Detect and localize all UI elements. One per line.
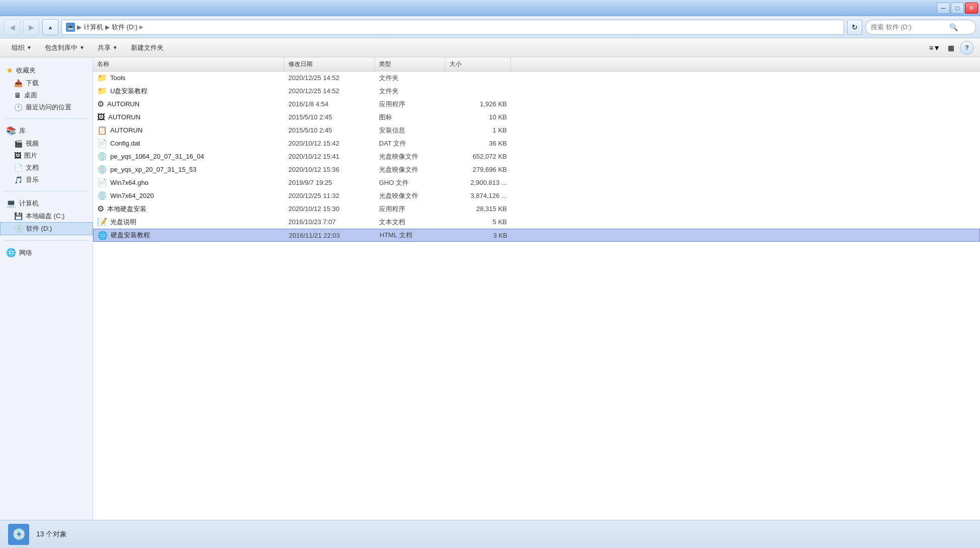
table-row[interactable]: 📁 U盘安装教程 2020/12/25 14:52 文件夹: [93, 85, 980, 98]
breadcrumb-drive-label[interactable]: 软件 (D:): [112, 23, 137, 32]
sidebar-item-downloads[interactable]: 📥 下载: [0, 77, 93, 89]
col-header-name[interactable]: 名称: [93, 57, 284, 71]
file-type-icon: 📁: [97, 73, 107, 83]
computer-label: 计算机: [19, 199, 39, 208]
documents-icon: 📄: [14, 164, 23, 172]
file-type-icon: 📄: [97, 139, 107, 148]
file-name-text: 硬盘安装教程: [111, 231, 150, 240]
file-name-cell: 💿 pe_yqs_xp_20_07_31_15_53: [93, 163, 284, 176]
archive-button[interactable]: 包含到库中 ▼: [39, 41, 90, 55]
file-type-icon: ⚙: [97, 99, 104, 109]
file-name-text: 光盘说明: [110, 218, 136, 227]
table-row[interactable]: 📝 光盘说明 2016/10/23 7:07 文本文档 5 KB: [93, 216, 980, 229]
table-row[interactable]: 📋 AUTORUN 2015/5/10 2:45 安装信息 1 KB: [93, 124, 980, 137]
file-size-cell: [445, 72, 511, 84]
table-row[interactable]: 💿 pe_yqs_1064_20_07_31_16_04 2020/10/12 …: [93, 150, 980, 163]
sidebar-item-desktop[interactable]: 🖥 桌面: [0, 89, 93, 101]
breadcrumb: 💻 ▶ 计算机 ▶ 软件 (D:) ▶: [61, 20, 844, 35]
file-date-cell: 2016/1/8 4:54: [284, 98, 375, 110]
organize-arrow-icon: ▼: [27, 45, 32, 50]
recent-icon: 🕐: [14, 103, 23, 111]
share-button[interactable]: 共享 ▼: [92, 41, 123, 55]
file-type-cell: 文件夹: [375, 85, 445, 97]
table-row[interactable]: 📁 Tools 2020/12/25 14:52 文件夹: [93, 72, 980, 85]
sidebar-item-recent[interactable]: 🕐 最近访问的位置: [0, 101, 93, 113]
network-header[interactable]: 🌐 网络: [0, 246, 93, 259]
forward-button[interactable]: ▶: [23, 19, 39, 35]
table-row[interactable]: 💿 Win7x64_2020 2020/12/25 11:32 光盘映像文件 3…: [93, 189, 980, 202]
breadcrumb-end-arrow: ▶: [139, 24, 143, 30]
file-date-cell: 2020/12/25 14:52: [284, 85, 375, 97]
col-header-size[interactable]: 大小: [445, 57, 511, 71]
file-size-cell: 3,874,126 ...: [445, 189, 511, 202]
library-label: 库: [19, 126, 26, 135]
column-headers: 名称 修改日期 类型 大小: [93, 57, 980, 72]
file-type-cell: 图标: [375, 111, 445, 123]
sidebar-item-music[interactable]: 🎵 音乐: [0, 174, 93, 186]
help-icon: ?: [965, 44, 969, 51]
up-button[interactable]: ▲: [42, 19, 58, 35]
close-button[interactable]: ✕: [965, 3, 978, 14]
file-name-text: pe_yqs_xp_20_07_31_15_53: [110, 166, 196, 173]
share-arrow-icon: ▼: [113, 45, 118, 50]
maximize-button[interactable]: □: [951, 3, 964, 14]
file-name-cell: 🖼 AUTORUN: [93, 111, 284, 123]
table-row[interactable]: 💿 pe_yqs_xp_20_07_31_15_53 2020/10/12 15…: [93, 163, 980, 176]
table-row[interactable]: ⚙ AUTORUN 2016/1/8 4:54 应用程序 1,926 KB: [93, 98, 980, 111]
sidebar-item-documents[interactable]: 📄 文档: [0, 162, 93, 174]
library-header[interactable]: 📚 库: [0, 124, 93, 138]
video-icon: 🎬: [14, 140, 23, 148]
favorites-header[interactable]: ★ 收藏夹: [0, 63, 93, 77]
breadcrumb-computer-label[interactable]: 计算机: [84, 23, 103, 32]
computer-section: 💻 计算机 💾 本地磁盘 (C:) 💿 软件 (D:): [0, 194, 93, 237]
file-type-cell: 光盘映像文件: [375, 150, 445, 163]
file-date-cell: 2016/10/23 7:07: [284, 216, 375, 228]
table-row[interactable]: 📄 Win7x64.gho 2019/9/7 19:25 GHO 文件 2,90…: [93, 176, 980, 189]
view-toggle-button[interactable]: ≡▼: [928, 41, 942, 55]
file-date-cell: 2015/5/10 2:45: [284, 111, 375, 123]
file-type-cell: 光盘映像文件: [375, 189, 445, 202]
file-size-cell: 1 KB: [445, 124, 511, 136]
window-controls: ─ □ ✕: [937, 3, 978, 14]
file-size-cell: 36 KB: [445, 137, 511, 150]
file-size-cell: [445, 85, 511, 97]
search-icon[interactable]: 🔍: [949, 23, 958, 31]
music-label: 音乐: [26, 175, 39, 184]
d-drive-icon: 💿: [15, 225, 23, 233]
file-date-cell: 2020/10/12 15:30: [284, 202, 375, 215]
downloads-icon: 📥: [14, 79, 23, 87]
col-header-type[interactable]: 类型: [375, 57, 445, 71]
back-button[interactable]: ◀: [4, 19, 20, 35]
view-icon: ≡▼: [929, 44, 940, 52]
help-button[interactable]: ?: [960, 41, 974, 55]
organize-button[interactable]: 组织 ▼: [6, 41, 37, 55]
computer-header[interactable]: 💻 计算机: [0, 196, 93, 210]
file-date-cell: 2016/11/21 22:03: [285, 229, 375, 241]
sidebar-item-c-drive[interactable]: 💾 本地磁盘 (C:): [0, 210, 93, 222]
search-input[interactable]: [871, 23, 946, 31]
new-folder-button[interactable]: 新建文件夹: [125, 41, 169, 55]
file-size-cell: 5 KB: [445, 216, 511, 228]
sidebar-item-pictures[interactable]: 🖼 图片: [0, 150, 93, 162]
col-date-label: 修改日期: [288, 60, 313, 68]
sidebar-item-video[interactable]: 🎬 视频: [0, 138, 93, 150]
file-size-cell: 28,315 KB: [445, 202, 511, 215]
file-type-icon: 📄: [97, 178, 107, 187]
file-size-cell: 1,926 KB: [445, 98, 511, 110]
main-area: ★ 收藏夹 📥 下载 🖥 桌面 🕐 最近访问的位置 📚 库: [0, 57, 980, 520]
file-name-cell: 💿 Win7x64_2020: [93, 189, 284, 202]
sidebar-divider-3: [4, 240, 89, 241]
file-name-cell: ⚙ 本地硬盘安装: [93, 202, 284, 215]
library-section: 📚 库 🎬 视频 🖼 图片 📄 文档 🎵 音乐: [0, 122, 93, 188]
minimize-button[interactable]: ─: [937, 3, 950, 14]
table-row[interactable]: ⚙ 本地硬盘安装 2020/10/12 15:30 应用程序 28,315 KB: [93, 202, 980, 216]
table-row[interactable]: 🖼 AUTORUN 2015/5/10 2:45 图标 10 KB: [93, 111, 980, 124]
sidebar-item-d-drive[interactable]: 💿 软件 (D:): [0, 222, 93, 235]
preview-pane-button[interactable]: ▦: [944, 41, 958, 55]
file-type-icon: 🖼: [97, 113, 105, 122]
table-row[interactable]: 📄 Config.dat 2020/10/12 15:42 DAT 文件 36 …: [93, 137, 980, 150]
refresh-button[interactable]: ↻: [847, 20, 862, 35]
file-type-cell: 应用程序: [375, 98, 445, 110]
table-row[interactable]: 🌐 硬盘安装教程 2016/11/21 22:03 HTML 文档 3 KB: [93, 229, 980, 242]
col-header-date[interactable]: 修改日期: [284, 57, 375, 71]
